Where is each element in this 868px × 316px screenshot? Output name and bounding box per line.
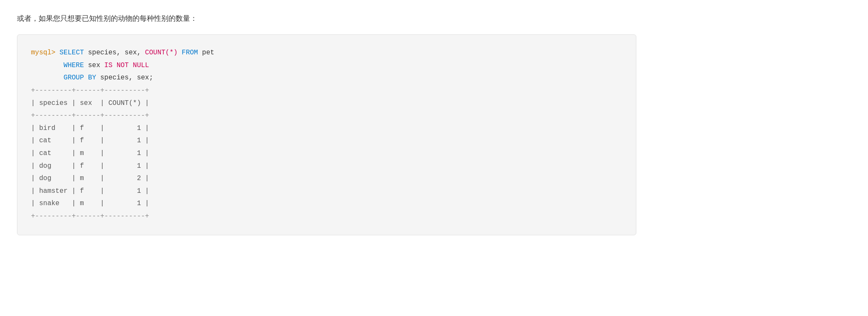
sql-group-fields: species, sex; bbox=[96, 74, 153, 82]
table-row-7: | snake | m | 1 | bbox=[31, 200, 149, 207]
table-row-2: | cat | f | 1 | bbox=[31, 137, 149, 144]
sql-is-not-null: IS NOT bbox=[104, 62, 129, 69]
table-row-6: | hamster | f | 1 | bbox=[31, 187, 149, 195]
sql-table-name: pet bbox=[198, 49, 214, 56]
table-separator-mid: +---------+------+----------+ bbox=[31, 112, 149, 119]
sql-count-function: COUNT(*) bbox=[145, 49, 178, 56]
code-block: mysql> SELECT species, sex, COUNT(*) FRO… bbox=[17, 34, 636, 235]
table-header-row: | species | sex | COUNT(*) | bbox=[31, 99, 149, 107]
table-separator-top: +---------+------+----------+ bbox=[31, 87, 149, 94]
table-row-1: | bird | f | 1 | bbox=[31, 124, 149, 132]
code-content: mysql> SELECT species, sex, COUNT(*) FRO… bbox=[31, 47, 622, 223]
sql-from-keyword: FROM bbox=[178, 49, 198, 56]
sql-select-keyword: SELECT bbox=[59, 49, 84, 56]
table-separator-bottom: +---------+------+----------+ bbox=[31, 212, 149, 220]
sql-fields: species, sex, bbox=[84, 49, 145, 56]
sql-prompt: mysql> bbox=[31, 49, 56, 56]
sql-group-by-keyword: GROUP BY bbox=[64, 74, 96, 82]
sql-null-value: NULL bbox=[129, 62, 149, 69]
table-row-3: | cat | m | 1 | bbox=[31, 150, 149, 157]
sql-where-keyword: WHERE bbox=[64, 62, 84, 69]
table-row-5: | dog | m | 2 | bbox=[31, 175, 149, 182]
intro-text: 或者，如果您只想要已知性别的动物的每种性别的数量： bbox=[17, 13, 851, 24]
table-row-4: | dog | f | 1 | bbox=[31, 162, 149, 170]
sql-sex-field: sex bbox=[84, 62, 104, 69]
